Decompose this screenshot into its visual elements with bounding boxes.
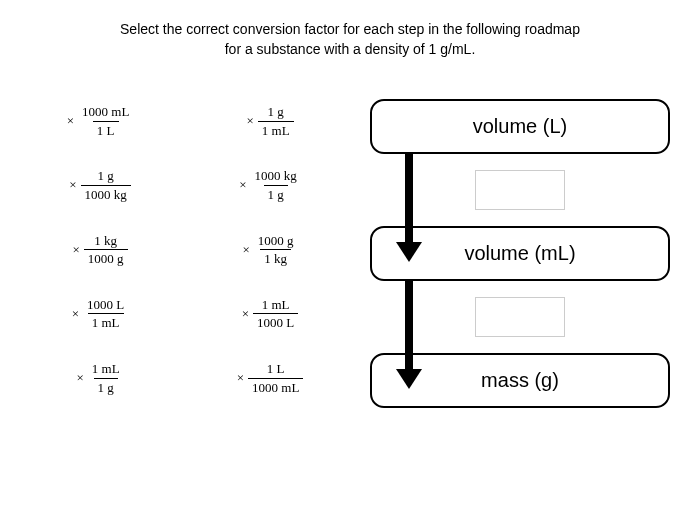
- stage-label: volume (L): [473, 115, 567, 138]
- conversion-option[interactable]: × 1000 kg1 g: [200, 168, 340, 202]
- multiply-icon: ×: [242, 306, 249, 322]
- conversion-option[interactable]: × 1 g1000 kg: [30, 168, 170, 202]
- multiply-icon: ×: [76, 370, 83, 386]
- roadmap-column: volume (L) volume (mL) mass (g): [370, 99, 670, 408]
- conversion-option[interactable]: × 1000 g1 kg: [200, 233, 340, 267]
- fraction-denominator: 1 mL: [258, 121, 294, 139]
- fraction-numerator: 1000 kg: [251, 168, 301, 185]
- fraction-denominator: 1000 kg: [81, 185, 131, 203]
- multiply-icon: ×: [246, 113, 253, 129]
- conversion-options-column: × 1000 mL1 L × 1 g1 mL × 1 g1000 kg × 10…: [30, 99, 340, 408]
- fraction-numerator: 1 mL: [88, 361, 124, 378]
- instruction-text: Select the correct conversion factor for…: [30, 20, 670, 59]
- option-row: × 1 mL1 g × 1 L1000 mL: [30, 361, 340, 395]
- conversion-option[interactable]: × 1 kg1000 g: [30, 233, 170, 267]
- stage-box: volume (L): [370, 99, 670, 154]
- fraction-denominator: 1000 g: [84, 249, 128, 267]
- fraction-numerator: 1000 g: [254, 233, 298, 250]
- fraction-numerator: 1 L: [263, 361, 289, 378]
- fraction-denominator: 1 kg: [260, 249, 291, 267]
- multiply-icon: ×: [69, 177, 76, 193]
- fraction-numerator: 1 g: [264, 104, 288, 121]
- conversion-option[interactable]: × 1 g1 mL: [200, 104, 340, 138]
- conversion-option[interactable]: × 1 mL1 g: [30, 361, 170, 395]
- conversion-option[interactable]: × 1000 mL1 L: [30, 104, 170, 138]
- arrow-down-icon: [405, 281, 413, 371]
- stage-label: mass (g): [481, 369, 559, 392]
- option-row: × 1 kg1000 g × 1000 g1 kg: [30, 233, 340, 267]
- fraction-denominator: 1 g: [264, 185, 288, 203]
- fraction-numerator: 1 g: [94, 168, 118, 185]
- option-row: × 1000 L1 mL × 1 mL1000 L: [30, 297, 340, 331]
- instruction-line-1: Select the correct conversion factor for…: [120, 21, 580, 37]
- conversion-dropzone[interactable]: [475, 297, 565, 337]
- fraction-numerator: 1000 mL: [78, 104, 133, 121]
- multiply-icon: ×: [237, 370, 244, 386]
- conversion-option[interactable]: × 1 mL1000 L: [200, 297, 340, 331]
- fraction-numerator: 1000 L: [83, 297, 128, 314]
- fraction-numerator: 1 kg: [90, 233, 121, 250]
- multiply-icon: ×: [72, 306, 79, 322]
- multiply-icon: ×: [242, 242, 249, 258]
- option-row: × 1 g1000 kg × 1000 kg1 g: [30, 168, 340, 202]
- multiply-icon: ×: [239, 177, 246, 193]
- fraction-denominator: 1 L: [93, 121, 119, 139]
- conversion-option[interactable]: × 1000 L1 mL: [30, 297, 170, 331]
- arrow-down-icon: [405, 154, 413, 244]
- instruction-line-2: for a substance with a density of 1 g/mL…: [225, 41, 476, 57]
- fraction-numerator: 1 mL: [258, 297, 294, 314]
- multiply-icon: ×: [72, 242, 79, 258]
- fraction-denominator: 1 mL: [88, 313, 124, 331]
- conversion-option[interactable]: × 1 L1000 mL: [200, 361, 340, 395]
- option-row: × 1000 mL1 L × 1 g1 mL: [30, 104, 340, 138]
- conversion-dropzone[interactable]: [475, 170, 565, 210]
- fraction-denominator: 1 g: [94, 378, 118, 396]
- multiply-icon: ×: [67, 113, 74, 129]
- stage-label: volume (mL): [464, 242, 575, 265]
- fraction-denominator: 1000 L: [253, 313, 298, 331]
- content-area: × 1000 mL1 L × 1 g1 mL × 1 g1000 kg × 10…: [30, 99, 670, 408]
- fraction-denominator: 1000 mL: [248, 378, 303, 396]
